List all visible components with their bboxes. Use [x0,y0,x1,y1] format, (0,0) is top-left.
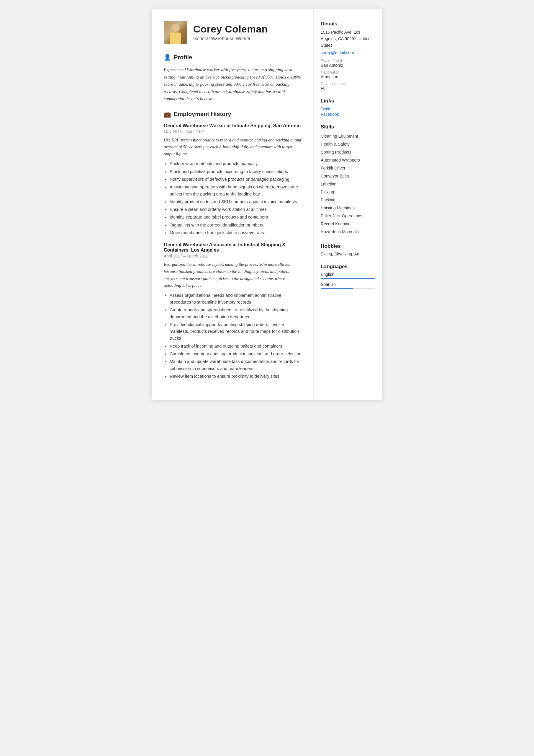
employment-section-title: 💼 Employment History [164,111,303,120]
profile-section: 👤 Profile Experienced Warehouse worker w… [164,54,303,102]
driving-license-label: Driving license [321,82,375,86]
skill-item: Labeling [321,180,375,188]
skill-item: Conveyor Belts [321,172,375,180]
skills-section: Skills Cleaning EquipmentHealth & Safety… [321,124,375,236]
avatar [164,21,187,44]
employment-section: 💼 Employment History General Warehouse W… [164,111,303,380]
link-facebook[interactable]: Facebook [321,112,375,117]
job-dates-1: May 2018 – April 2019 [164,129,303,134]
links-section: Links Twitter Facebook [321,98,375,117]
hobbies-section: Hobbies Skiing, Skydiving, Art [321,243,375,256]
links-title: Links [321,98,375,104]
list-item: Provided clerical support by printing sh… [170,321,303,342]
list-item: Tag pallets with the correct identificat… [170,222,303,229]
skill-item: Record Keeping [321,220,375,228]
sidebar-column: Details 1515 Pacific Ave, Los Angeles, C… [314,9,382,400]
list-item: Maintain and update warehouse task docum… [170,358,303,372]
list-item: Notify supervisors of defective products… [170,176,303,183]
job-title-1: General Warehouse Worker at Intinate Shi… [164,123,303,128]
list-item: Ensure a clean and orderly work station … [170,206,303,213]
profile-text: Experienced Warehouse worker with five y… [164,66,303,102]
hobbies-title: Hobbies [321,243,375,249]
skill-item: Automated Wrappers [321,156,375,164]
skill-item: Hazardous Materials [321,228,375,236]
list-item: Stack and palletize products according t… [170,168,303,175]
list-item: Assist machine operators with hand signa… [170,184,303,198]
job-bullets-2: Assess organizational needs and implemen… [164,292,303,380]
language-name: English [321,272,375,277]
resume-container: Corey Coleman General Warehouse Worker 👤… [152,9,382,400]
skills-list: Cleaning EquipmentHealth & SafetySorting… [321,132,375,236]
place-of-birth-label: Place of birth [321,59,375,63]
list-item: Assess organizational needs and implemen… [170,292,303,306]
main-column: Corey Coleman General Warehouse Worker 👤… [152,9,314,400]
language-bar-fill [321,288,353,289]
employment-icon: 💼 [164,111,171,118]
skills-title: Skills [321,124,375,130]
language-bar-fill [321,278,375,279]
language-bar-bg [321,278,375,279]
language-bar-bg [321,288,375,289]
detail-address: 1515 Pacific Ave, Los Angeles, CA 90291,… [321,29,375,48]
hobbies-text: Skiing, Skydiving, Art [321,252,375,256]
driving-license-value: Full [321,86,375,91]
job-desc-2: Reorganized the warehouse layout, making… [164,261,303,289]
nationality-label: Nationality [321,70,375,74]
list-item: Identify, separate and label products an… [170,214,303,221]
language-item: Spanish [321,282,375,289]
list-item: Completed inventory auditing, product in… [170,351,303,357]
list-item: Create reports and spreadsheets to be ut… [170,307,303,320]
job-dates-2: April 2017 – March 2018 [164,254,303,258]
job-entry-2: General Warehouse Associate at Industria… [164,242,303,380]
skill-item: Picking [321,188,375,196]
skill-item: Health & Safety [321,140,375,148]
job-entry-1: General Warehouse Worker at Intinate Shi… [164,123,303,236]
header-section: Corey Coleman General Warehouse Worker [164,21,303,44]
skill-item: Forklift Driver [321,164,375,172]
list-item: Review item locations to ensure proximit… [170,373,303,380]
candidate-subtitle: General Warehouse Worker [193,36,268,41]
languages-list: EnglishSpanish [321,272,375,289]
list-item: Identify product codes and SKU numbers a… [170,199,303,205]
nationality-value: American [321,74,375,79]
details-title: Details [321,21,375,27]
skill-item: Cleaning Equipment [321,132,375,140]
place-of-birth-value: San Antonio [321,63,375,68]
job-bullets-1: Pack or wrap materials and products manu… [164,160,303,236]
skill-item: Hoisting Machines [321,204,375,212]
language-name: Spanish [321,282,375,287]
language-item: English [321,272,375,279]
list-item: Move merchandise from pick slot to conve… [170,230,303,236]
skill-item: Packing [321,196,375,204]
candidate-name: Corey Coleman [193,24,268,35]
job-desc-1: Use ERP system functionality to record a… [164,137,303,158]
profile-section-title: 👤 Profile [164,54,303,63]
profile-icon: 👤 [164,54,171,61]
detail-email: corey@email.com [321,50,375,55]
list-item: Keep track of incoming and outgoing pall… [170,343,303,350]
header-text: Corey Coleman General Warehouse Worker [193,24,268,41]
languages-title: Languages [321,263,375,270]
job-title-2: General Warehouse Associate at Industria… [164,242,303,253]
skill-item: Pallet Jack Operations [321,212,375,220]
languages-section: Languages EnglishSpanish [321,263,375,289]
skill-item: Sorting Products [321,148,375,156]
list-item: Pack or wrap materials and products manu… [170,160,303,167]
link-twitter[interactable]: Twitter [321,106,375,111]
details-section: Details 1515 Pacific Ave, Los Angeles, C… [321,21,375,91]
